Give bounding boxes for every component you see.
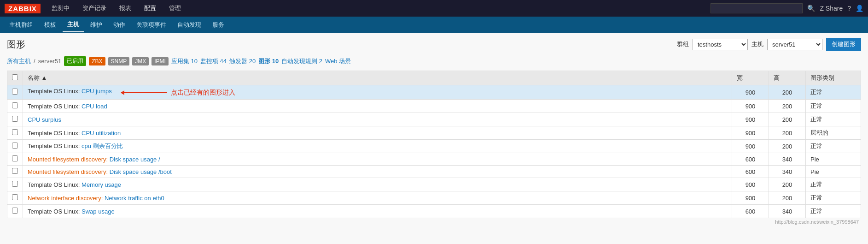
row-checkbox[interactable] bbox=[12, 208, 18, 214]
cell-type: Pie bbox=[806, 166, 861, 178]
table-header-row: 名称 ▲ 宽 高 图形类别 bbox=[7, 71, 861, 85]
tab-graphs[interactable]: 图形 10 bbox=[258, 57, 279, 65]
group-label: 群组 bbox=[677, 40, 689, 48]
nav-maintenance[interactable]: 维护 bbox=[86, 18, 107, 32]
tab-triggers[interactable]: 触发器 20 bbox=[229, 57, 256, 65]
tab-discovery-rules[interactable]: 自动发现规则 2 bbox=[281, 57, 322, 65]
name-prefix-link[interactable]: Mounted filesystem discovery: bbox=[28, 168, 110, 175]
name-prefix: Template OS Linux: bbox=[28, 208, 82, 215]
table-row: CPU surplus900200正常 bbox=[7, 113, 861, 126]
row-checkbox[interactable] bbox=[12, 143, 18, 149]
second-nav: 主机群组 模板 主机 维护 动作 关联项事件 自动发现 服务 bbox=[0, 17, 868, 33]
tab-items[interactable]: 监控项 44 bbox=[200, 57, 227, 65]
name-link[interactable]: Network traffic on eth0 bbox=[105, 195, 164, 202]
name-link[interactable]: CPU surplus bbox=[28, 116, 61, 123]
name-prefix: Template OS Linux: bbox=[28, 143, 82, 149]
name-prefix-link[interactable]: Network interface discovery: bbox=[28, 195, 105, 202]
name-link[interactable]: CPU utilization bbox=[82, 130, 121, 137]
name-link[interactable]: CPU load bbox=[82, 103, 107, 110]
cell-height: 200 bbox=[769, 113, 806, 126]
row-checkbox[interactable] bbox=[12, 89, 18, 95]
zabbix-logo[interactable]: ZABBIX bbox=[5, 4, 41, 13]
tab-applications[interactable]: 应用集 10 bbox=[171, 57, 198, 65]
nav-hosts[interactable]: 主机 bbox=[63, 18, 84, 32]
red-arrow-icon bbox=[121, 92, 167, 93]
nav-templates[interactable]: 模板 bbox=[40, 18, 61, 32]
zbx-badge[interactable]: ZBX bbox=[89, 57, 105, 65]
table-row: Template OS Linux: Swap usage600340正常 bbox=[7, 205, 861, 218]
cell-height: 200 bbox=[769, 191, 806, 205]
breadcrumb-sep: / bbox=[34, 58, 35, 65]
help-icon[interactable]: ? bbox=[847, 5, 851, 12]
nav-assets[interactable]: 资产记录 bbox=[81, 4, 108, 12]
nav-discovery[interactable]: 自动发现 bbox=[173, 18, 206, 32]
cell-height: 200 bbox=[769, 140, 806, 153]
ipmi-badge[interactable]: IPMI bbox=[151, 57, 169, 65]
cell-width: 900 bbox=[732, 191, 769, 205]
cell-height: 200 bbox=[769, 85, 806, 100]
nav-admin[interactable]: 管理 bbox=[167, 4, 183, 12]
header-type: 图形类别 bbox=[806, 71, 861, 85]
name-link[interactable]: Memory usage bbox=[82, 181, 121, 188]
user-icon[interactable]: 👤 bbox=[856, 5, 863, 12]
jmx-badge[interactable]: JMX bbox=[132, 57, 149, 65]
nav-correlation[interactable]: 关联项事件 bbox=[132, 18, 171, 32]
nav-hostgroups[interactable]: 主机群组 bbox=[5, 18, 38, 32]
breadcrumb-host: server51 bbox=[38, 58, 62, 65]
watermark: http://blog.csdn.net/weixin_37998647 bbox=[7, 218, 861, 226]
row-checkbox[interactable] bbox=[12, 168, 18, 174]
name-prefix: Template OS Linux: bbox=[28, 181, 82, 188]
row-checkbox[interactable] bbox=[12, 194, 18, 200]
host-label: 主机 bbox=[751, 40, 763, 48]
row-checkbox[interactable] bbox=[12, 181, 18, 187]
group-select[interactable]: testhosts bbox=[693, 39, 748, 50]
search-icon[interactable]: 🔍 bbox=[807, 5, 815, 12]
top-nav-right: 🔍 Z Share ? 👤 bbox=[711, 3, 863, 13]
row-checkbox[interactable] bbox=[12, 155, 18, 161]
row-checkbox[interactable] bbox=[12, 129, 18, 135]
name-link[interactable]: Disk space usage / bbox=[110, 156, 160, 163]
cell-height: 340 bbox=[769, 166, 806, 178]
name-prefix: Template OS Linux: bbox=[28, 103, 82, 110]
page-title: 图形 bbox=[7, 38, 25, 51]
cell-name: Template OS Linux: CPU load bbox=[23, 100, 732, 113]
cell-name: Template OS Linux: CPU utilization bbox=[23, 126, 732, 140]
name-link[interactable]: Disk space usage /boot bbox=[110, 168, 172, 175]
nav-monitor[interactable]: 监测中 bbox=[50, 4, 71, 12]
search-input[interactable] bbox=[711, 3, 803, 13]
header-name[interactable]: 名称 ▲ bbox=[23, 71, 732, 85]
row-checkbox[interactable] bbox=[12, 116, 18, 122]
cell-name: Network interface discovery: Network tra… bbox=[23, 191, 732, 205]
cell-type: Pie bbox=[806, 153, 861, 166]
enabled-badge[interactable]: 已启用 bbox=[64, 56, 86, 66]
header-width: 宽 bbox=[732, 71, 769, 85]
cell-width: 900 bbox=[732, 178, 769, 191]
cell-width: 900 bbox=[732, 126, 769, 140]
row-checkbox[interactable] bbox=[12, 102, 18, 108]
nav-services[interactable]: 服务 bbox=[208, 18, 229, 32]
snmp-badge[interactable]: SNMP bbox=[108, 57, 130, 65]
cell-width: 900 bbox=[732, 113, 769, 126]
table-row: Template OS Linux: CPU load900200正常 bbox=[7, 100, 861, 113]
name-link[interactable]: Swap usage bbox=[82, 208, 115, 215]
name-prefix-link[interactable]: Mounted filesystem discovery: bbox=[28, 156, 110, 163]
all-hosts-link[interactable]: 所有主机 bbox=[7, 57, 31, 65]
cell-name: Mounted filesystem discovery: Disk space… bbox=[23, 166, 732, 178]
table-row: Template OS Linux: cpu 剩余百分比900200正常 bbox=[7, 140, 861, 153]
host-select[interactable]: server51 bbox=[767, 39, 822, 50]
select-all-checkbox[interactable] bbox=[12, 74, 18, 80]
name-prefix: Template OS Linux: bbox=[28, 130, 82, 137]
nav-actions[interactable]: 动作 bbox=[109, 18, 130, 32]
table-row: Template OS Linux: CPU utilization900200… bbox=[7, 126, 861, 140]
cell-height: 340 bbox=[769, 153, 806, 166]
create-graph-button[interactable]: 创建图形 bbox=[826, 38, 861, 51]
name-link[interactable]: CPU jumps bbox=[82, 88, 112, 95]
tab-web-scenarios[interactable]: Web 场景 bbox=[325, 57, 351, 65]
content-area: 图形 群组 testhosts 主机 server51 创建图形 所有主机 / … bbox=[0, 33, 868, 244]
nav-reports[interactable]: 报表 bbox=[117, 4, 133, 12]
name-link[interactable]: cpu 剩余百分比 bbox=[82, 143, 123, 149]
name-prefix: Template OS Linux: bbox=[28, 88, 82, 95]
share-icon[interactable]: Z Share bbox=[820, 5, 843, 12]
nav-config[interactable]: 配置 bbox=[142, 4, 158, 12]
cell-type: 正常 bbox=[806, 140, 861, 153]
